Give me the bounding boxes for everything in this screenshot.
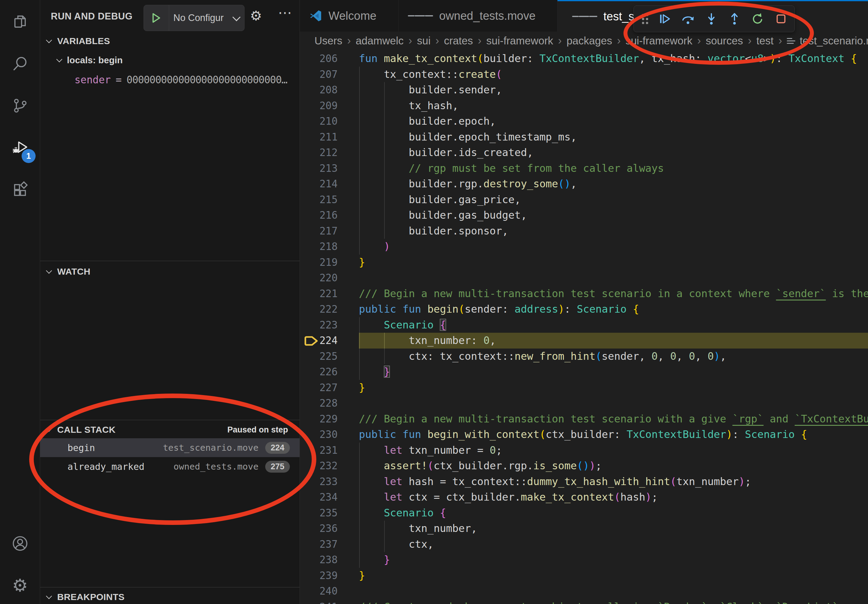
gutter[interactable]: 209 [300,98,359,114]
gutter[interactable]: 229 [300,411,359,427]
activity-account-button[interactable] [0,527,40,561]
code-text[interactable] [359,395,868,411]
more-actions-icon[interactable]: ⋯ [278,4,293,21]
code-text[interactable]: txn_number: 0, [359,333,868,348]
gutter[interactable]: 214 [300,176,359,192]
gutter[interactable]: 235 [300,505,359,521]
code-text[interactable]: let ctx = ctx_builder.make_tx_context(ha… [359,489,868,505]
activity-extensions-button[interactable] [0,174,40,208]
gutter[interactable]: 224 [300,333,359,348]
code-text[interactable]: } [359,380,868,396]
call-stack-frame[interactable]: already_marked owned_tests.move 275 [40,457,299,476]
code-text[interactable]: txn_number, [359,521,868,536]
gutter[interactable]: 234 [300,489,359,505]
code-text[interactable]: let txn_number = 0; [359,443,868,458]
watch-section-header[interactable]: WATCH [40,264,299,279]
variable-row[interactable]: sender = 000000000000000000000000000… [40,72,299,88]
code-text[interactable]: Scenario { [359,505,868,521]
restart-button[interactable] [746,8,769,30]
code-text[interactable]: builder.epoch, [359,113,868,129]
gutter[interactable]: 222 [300,301,359,317]
code-text[interactable]: Scenario { [359,317,868,333]
code-text[interactable]: fun make_tx_context(builder: TxContextBu… [359,51,868,67]
code-text[interactable]: assert!(ctx_builder.rgp.is_some()); [359,458,868,474]
code-text[interactable]: let hash = tx_context::dummy_tx_hash_wit… [359,474,868,489]
gutter[interactable]: 230 [300,427,359,443]
code-text[interactable]: } [359,552,868,568]
gutter[interactable]: 208 [300,82,359,98]
gutter[interactable]: 210 [300,113,359,129]
breadcrumb-item[interactable]: sui-framework [486,35,553,47]
gutter[interactable]: 241 [300,599,359,604]
debug-settings-gear-icon[interactable]: ⚙ [250,8,262,23]
code-text[interactable]: tx_hash, [359,98,868,114]
gutter[interactable]: 223 [300,317,359,333]
gutter[interactable]: 220 [300,270,359,286]
breadcrumb[interactable]: Users›adamwelc›sui›crates›sui-framework›… [300,32,868,50]
breadcrumb-item[interactable]: packages [567,35,612,47]
gutter[interactable]: 228 [300,395,359,411]
gutter[interactable]: 236 [300,521,359,536]
gutter[interactable]: 239 [300,568,359,584]
debug-config-picker[interactable]: No Configur [144,5,245,31]
gutter[interactable]: 237 [300,536,359,552]
code-text[interactable]: ) [359,239,868,254]
gutter[interactable]: 218 [300,239,359,254]
breadcrumb-item[interactable]: test [756,35,773,47]
gutter[interactable]: 212 [300,145,359,161]
tab-welcome[interactable]: Welcome [300,0,399,32]
breadcrumb-item[interactable]: Users [315,35,342,47]
breadcrumb-item[interactable]: sui [417,35,431,47]
activity-settings-button[interactable]: ⚙ [0,569,40,602]
code-text[interactable]: public fun begin_with_context(ctx_builde… [359,427,868,443]
code-text[interactable]: ctx: tx_context::new_from_hint(sender, 0… [359,348,868,364]
gutter[interactable]: 240 [300,583,359,599]
gutter[interactable]: 207 [300,67,359,82]
step-into-button[interactable] [700,8,723,30]
code-text[interactable]: builder.sender, [359,82,868,98]
code-text[interactable] [359,583,868,599]
code-text[interactable]: builder.ids_created, [359,145,868,161]
gutter[interactable]: 206 [300,51,359,67]
step-over-button[interactable] [676,8,699,30]
stop-button[interactable] [769,8,792,30]
code-text[interactable]: ctx, [359,536,868,552]
gutter[interactable]: 231 [300,443,359,458]
breadcrumb-file[interactable]: test_scenario.move [800,35,868,47]
step-out-button[interactable] [723,8,746,30]
gutter[interactable]: 211 [300,129,359,145]
call-stack-frame[interactable]: begin test_scenario.move 224 [40,438,299,457]
gutter[interactable]: 219 [300,254,359,270]
gutter[interactable]: 232 [300,458,359,474]
call-stack-section-header[interactable]: CALL STACK Paused on step [40,422,299,437]
gutter[interactable]: 213 [300,161,359,177]
code-text[interactable]: // rgp must be set from the caller alway… [359,161,868,177]
code-text[interactable]: builder.gas_price, [359,192,868,208]
code-text[interactable]: } [359,254,868,270]
breadcrumb-item[interactable]: sui-framework [626,35,693,47]
breadcrumb-item[interactable]: crates [444,35,473,47]
gutter[interactable]: 227 [300,380,359,396]
code-text[interactable]: builder.gas_budget, [359,208,868,223]
gutter[interactable]: 215 [300,192,359,208]
gutter[interactable]: 225 [300,348,359,364]
gutter[interactable]: 216 [300,208,359,223]
code-text[interactable]: tx_context::create( [359,67,868,82]
activity-search-button[interactable] [0,48,40,81]
variables-section-header[interactable]: VARIABLES [40,34,299,49]
code-text[interactable]: public fun begin(sender: address): Scena… [359,301,868,317]
code-text[interactable]: /// Begin a new multi-transaction test s… [359,286,868,302]
gutter[interactable]: 221 [300,286,359,302]
gutter[interactable]: 217 [300,223,359,239]
code-text[interactable] [359,270,868,286]
tab-owned-tests[interactable]: owned_tests.move [399,0,558,32]
gutter[interactable]: 233 [300,474,359,489]
breakpoints-section-header[interactable]: BREAKPOINTS [40,589,299,604]
continue-button[interactable] [653,8,676,30]
breadcrumb-item[interactable]: sources [705,35,743,47]
code-text[interactable]: /// Creates and shares system objects, a… [359,599,868,604]
code-text[interactable]: } [359,364,868,380]
activity-run-debug-button[interactable]: 1 [0,132,40,165]
code-text[interactable]: builder.epoch_timestamp_ms, [359,129,868,145]
code-text[interactable]: builder.rgp.destroy_some(), [359,176,868,192]
